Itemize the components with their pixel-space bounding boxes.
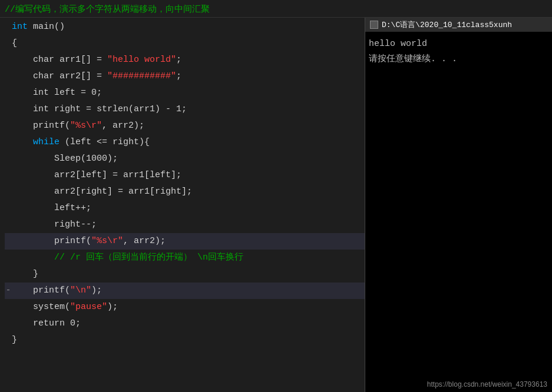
code-segment: "pause" bbox=[70, 302, 107, 312]
code-segment: } bbox=[12, 335, 17, 345]
code-text: right--; bbox=[12, 217, 365, 233]
code-text: } bbox=[12, 266, 365, 283]
line-dash bbox=[5, 299, 12, 315]
line-dash bbox=[5, 200, 12, 217]
code-segment: Sleep(1000); bbox=[12, 154, 118, 164]
code-text: system("pause"); bbox=[12, 299, 365, 315]
code-text: char arr2[] = "###########"; bbox=[12, 68, 365, 85]
code-line: left++; bbox=[5, 200, 365, 217]
line-dash: - bbox=[5, 283, 12, 299]
code-line: - printf("\n"); bbox=[5, 283, 365, 299]
line-dash bbox=[5, 35, 12, 52]
code-line: { bbox=[5, 35, 365, 52]
line-dash bbox=[5, 134, 12, 151]
code-text: { bbox=[12, 35, 365, 52]
code-segment: "%s\r" bbox=[70, 121, 102, 131]
code-segment: int right = strlen(arr1) - 1; bbox=[12, 104, 187, 114]
code-line: int right = strlen(arr1) - 1; bbox=[5, 101, 365, 118]
terminal-output-2: 请按任意键继续. . . bbox=[369, 52, 548, 67]
line-dash bbox=[5, 332, 12, 348]
code-line: // /r 回车（回到当前行的开端） \n回车换行 bbox=[5, 250, 365, 266]
code-text: arr2[right] = arr1[right]; bbox=[12, 184, 365, 200]
code-line: Sleep(1000); bbox=[5, 151, 365, 167]
code-line: while (left <= right){ bbox=[5, 134, 365, 151]
code-text: printf("\n"); bbox=[12, 283, 365, 299]
line-dash bbox=[5, 315, 12, 332]
line-dash bbox=[5, 184, 12, 200]
code-segment: { bbox=[12, 38, 17, 48]
code-segment: arr2[right] = arr1[right]; bbox=[12, 187, 192, 197]
code-segment: "###########" bbox=[107, 71, 176, 81]
code-text: int main() bbox=[12, 19, 365, 35]
code-line: arr2[right] = arr1[right]; bbox=[5, 184, 365, 200]
code-segment: arr2[left] = arr1[left]; bbox=[12, 170, 181, 180]
code-text: arr2[left] = arr1[left]; bbox=[12, 167, 365, 184]
terminal-content: hello world 请按任意键继续. . . bbox=[365, 32, 552, 392]
line-dash bbox=[5, 250, 12, 266]
code-line: printf("%s\r", arr2); bbox=[5, 118, 365, 134]
code-segment: } bbox=[12, 269, 38, 279]
line-dash bbox=[5, 266, 12, 283]
line-dash bbox=[5, 217, 12, 233]
code-segment: right--; bbox=[12, 220, 97, 230]
code-text: // /r 回车（回到当前行的开端） \n回车换行 bbox=[12, 250, 365, 266]
code-segment: int left = 0; bbox=[12, 88, 102, 98]
code-segment: printf( bbox=[12, 236, 91, 246]
code-segment: "%s\r" bbox=[91, 236, 123, 246]
code-segment: , arr2); bbox=[102, 121, 144, 131]
code-line: int main() bbox=[5, 19, 365, 35]
code-segment: ; bbox=[176, 55, 181, 65]
code-text: int right = strlen(arr1) - 1; bbox=[12, 101, 365, 118]
code-line: right--; bbox=[5, 217, 365, 233]
code-segment: "\n" bbox=[70, 285, 91, 295]
terminal-panel: D:\C语言\2020_10_11class5xunh hello world … bbox=[365, 18, 552, 392]
code-segment: ); bbox=[107, 302, 118, 312]
code-line: arr2[left] = arr1[left]; bbox=[5, 167, 365, 184]
terminal-output-1: hello world bbox=[369, 36, 548, 52]
code-segment: main() bbox=[28, 22, 65, 32]
code-line: } bbox=[5, 332, 365, 348]
code-segment: system( bbox=[12, 302, 70, 312]
code-segment: ); bbox=[91, 285, 102, 295]
code-line: system("pause"); bbox=[5, 299, 365, 315]
code-line: char arr1[] = "hello world"; bbox=[5, 52, 365, 68]
code-segment: (left <= right){ bbox=[60, 137, 150, 147]
code-text: return 0; bbox=[12, 315, 365, 332]
code-text: printf("%s\r", arr2); bbox=[12, 118, 365, 134]
code-segment: printf( bbox=[12, 285, 70, 295]
code-segment: char arr1[] = bbox=[12, 55, 107, 65]
top-comment: //编写代码，演示多个字符从两端移动，向中间汇聚 bbox=[0, 0, 552, 18]
line-dash bbox=[5, 19, 12, 35]
code-line: char arr2[] = "###########"; bbox=[5, 68, 365, 85]
code-text: char arr1[] = "hello world"; bbox=[12, 52, 365, 68]
code-text: } bbox=[12, 332, 365, 348]
line-dash bbox=[5, 101, 12, 118]
code-segment: while bbox=[12, 137, 60, 147]
code-segment: printf( bbox=[12, 121, 70, 131]
code-line: return 0; bbox=[5, 315, 365, 332]
code-segment: ; bbox=[176, 71, 181, 81]
terminal-titlebar: D:\C语言\2020_10_11class5xunh bbox=[365, 18, 552, 32]
code-segment: char arr2[] = bbox=[12, 71, 107, 81]
line-dash bbox=[5, 233, 12, 250]
code-line: int left = 0; bbox=[5, 85, 365, 101]
line-dash bbox=[5, 151, 12, 167]
line-dash bbox=[5, 118, 12, 134]
code-segment: return 0; bbox=[12, 318, 81, 328]
code-text: Sleep(1000); bbox=[12, 151, 365, 167]
line-dash bbox=[5, 52, 12, 68]
code-segment: int bbox=[12, 22, 28, 32]
code-segment: "hello world" bbox=[107, 55, 176, 65]
code-text: int left = 0; bbox=[12, 85, 365, 101]
line-dash bbox=[5, 85, 12, 101]
code-segment: left++; bbox=[12, 203, 91, 213]
code-line: } bbox=[5, 266, 365, 283]
terminal-icon bbox=[370, 21, 378, 29]
code-editor: int main(){ char arr1[] = "hello world";… bbox=[0, 18, 365, 392]
line-dash bbox=[5, 68, 12, 85]
code-segment: // /r 回车（回到当前行的开端） \n回车换行 bbox=[12, 253, 243, 263]
code-text: left++; bbox=[12, 200, 365, 217]
code-segment: , arr2); bbox=[123, 236, 166, 246]
code-text: printf("%s\r", arr2); bbox=[12, 233, 365, 250]
terminal-title: D:\C语言\2020_10_11class5xunh bbox=[382, 19, 512, 30]
